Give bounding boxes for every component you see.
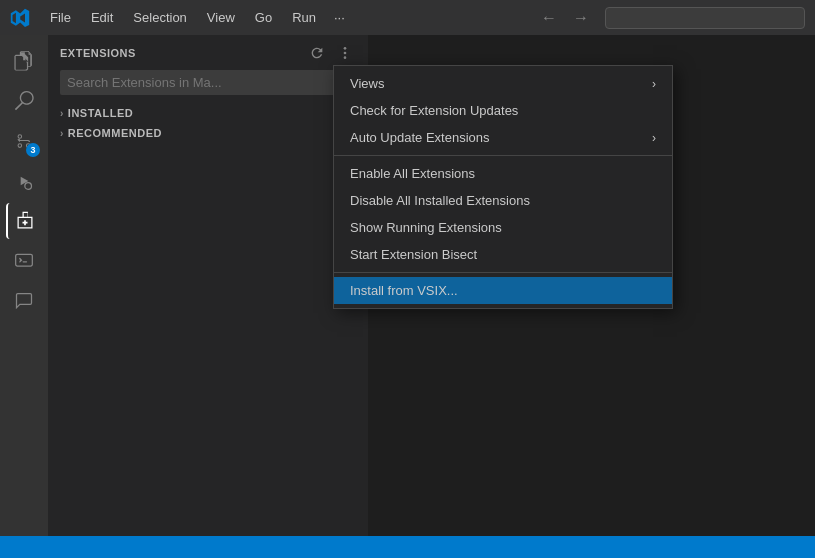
separator-1 [334, 155, 672, 156]
menu-item-check-updates[interactable]: Check for Extension Updates [334, 97, 672, 124]
menu-item-disable-all-label: Disable All Installed Extensions [350, 193, 530, 208]
menu-item-install-vsix[interactable]: Install from VSIX... [334, 277, 672, 304]
menu-item-disable-all[interactable]: Disable All Installed Extensions [334, 187, 672, 214]
main-area: 3 EXTENSIONS [0, 35, 815, 536]
menu-go[interactable]: Go [247, 6, 280, 29]
menu-item-auto-update-label: Auto Update Extensions [350, 130, 489, 145]
menu-view[interactable]: View [199, 6, 243, 29]
sidebar: EXTENSIONS ☰ › INSTALLED › RECOMMENDED [48, 35, 368, 536]
remote-icon [14, 251, 34, 271]
statusbar [0, 536, 815, 558]
menu-item-views[interactable]: Views › [334, 70, 672, 97]
titlebar-search-box[interactable] [605, 7, 805, 29]
menu-item-check-updates-label: Check for Extension Updates [350, 103, 518, 118]
context-menu: Views › Check for Extension Updates Auto… [333, 65, 673, 309]
activity-item-extensions[interactable] [6, 203, 42, 239]
titlebar: File Edit Selection View Go Run ··· ← → [0, 0, 815, 35]
activity-item-source-control[interactable]: 3 [6, 123, 42, 159]
menu-item-auto-update[interactable]: Auto Update Extensions › [334, 124, 672, 151]
activity-item-search[interactable] [6, 83, 42, 119]
menu-selection[interactable]: Selection [125, 6, 194, 29]
activity-item-remote[interactable] [6, 243, 42, 279]
back-arrow[interactable]: ← [537, 7, 561, 29]
menu-item-bisect-label: Start Extension Bisect [350, 247, 477, 262]
auto-update-arrow-icon: › [652, 131, 656, 145]
menu-item-show-running-label: Show Running Extensions [350, 220, 502, 235]
activity-item-explorer[interactable] [6, 43, 42, 79]
menu-more[interactable]: ··· [328, 6, 351, 29]
svg-rect-1 [16, 254, 33, 266]
menu-edit[interactable]: Edit [83, 6, 121, 29]
titlebar-menu: File Edit Selection View Go Run ··· [42, 6, 351, 29]
svg-point-0 [25, 183, 32, 190]
run-debug-icon [14, 171, 34, 191]
menu-item-install-vsix-label: Install from VSIX... [350, 283, 458, 298]
source-control-badge: 3 [26, 143, 40, 157]
menu-item-bisect[interactable]: Start Extension Bisect [334, 241, 672, 268]
chat-icon [14, 291, 34, 311]
titlebar-nav: ← → [537, 7, 593, 29]
vscode-logo-icon [10, 8, 30, 28]
menu-file[interactable]: File [42, 6, 79, 29]
menu-item-views-label: Views [350, 76, 384, 91]
search-icon [14, 91, 34, 111]
explorer-icon [14, 51, 34, 71]
menu-run[interactable]: Run [284, 6, 324, 29]
menu-item-enable-all[interactable]: Enable All Extensions [334, 160, 672, 187]
activity-item-run-debug[interactable] [6, 163, 42, 199]
activity-bar: 3 [0, 35, 48, 536]
context-menu-overlay: Views › Check for Extension Updates Auto… [48, 35, 368, 536]
separator-2 [334, 272, 672, 273]
activity-item-chat[interactable] [6, 283, 42, 319]
forward-arrow[interactable]: → [569, 7, 593, 29]
menu-item-enable-all-label: Enable All Extensions [350, 166, 475, 181]
views-arrow-icon: › [652, 77, 656, 91]
extensions-icon [15, 211, 35, 231]
menu-item-show-running[interactable]: Show Running Extensions [334, 214, 672, 241]
